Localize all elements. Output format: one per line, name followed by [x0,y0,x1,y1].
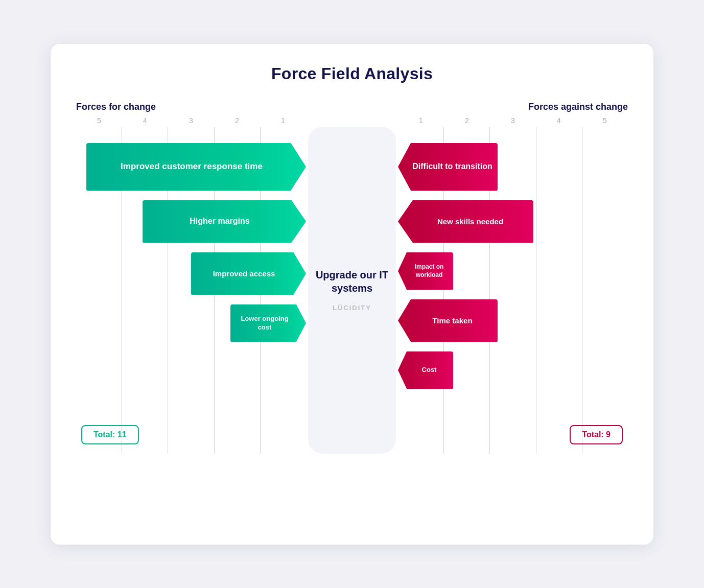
tick-5-left: 5 [76,116,122,125]
tick-1-right: 1 [398,116,444,125]
left-half: Improved customer response time Higher m… [76,127,306,454]
left-arrow-1: Improved customer response time [86,143,306,191]
total-right-box: Total: 9 [570,425,623,444]
left-header: Forces for change [76,102,306,112]
tick-2-left: 2 [214,116,260,125]
tick-4-left: 4 [122,116,168,125]
tick-3-left: 3 [168,116,214,125]
right-header: Forces against change [398,102,628,112]
right-arrows-wrapper: Difficult to transition New skills neede… [398,127,628,454]
main-diagram: Improved customer response time Higher m… [76,127,628,454]
tick-4-right: 4 [536,116,582,125]
left-arrow-2: Higher margins [143,200,306,243]
right-half: Difficult to transition New skills neede… [398,127,628,454]
center-half: Upgrade our IT systems LÜCIDITY [306,127,398,454]
total-left-box: Total: 11 [81,425,139,444]
right-arrow-1: Difficult to transition [398,143,498,191]
left-arrow-4: Lower ongoing cost [230,304,306,342]
center-title: Upgrade our IT systems [314,268,390,295]
left-arrows-wrapper: Improved customer response time Higher m… [76,127,306,454]
right-arrow-5: Cost [398,351,453,389]
page-title: Force Field Analysis [76,64,628,83]
tick-3-right: 3 [490,116,536,125]
tick-1-left: 1 [260,116,306,125]
left-ticks: 5 4 3 2 1 [76,116,306,125]
total-left-label: Total: 11 [81,425,139,444]
right-arrow-4: Time taken [398,299,498,342]
left-arrow-3: Improved access [191,252,306,295]
main-card: Force Field Analysis Forces for change F… [51,44,653,545]
tick-5-right: 5 [582,116,628,125]
center-box: Upgrade our IT systems LÜCIDITY [308,127,396,454]
diagram-layout: Forces for change Forces against change … [76,102,628,454]
right-ticks: 1 2 3 4 5 [398,116,628,125]
watermark: LÜCIDITY [333,304,371,312]
right-arrow-3: Impact on workload [398,252,453,290]
headers-row: Forces for change Forces against change [76,102,628,112]
total-right-label: Total: 9 [570,425,623,444]
tick-2-right: 2 [444,116,490,125]
right-arrow-2: New skills needed [398,200,533,243]
tick-row: 5 4 3 2 1 1 2 3 4 5 [76,116,628,125]
